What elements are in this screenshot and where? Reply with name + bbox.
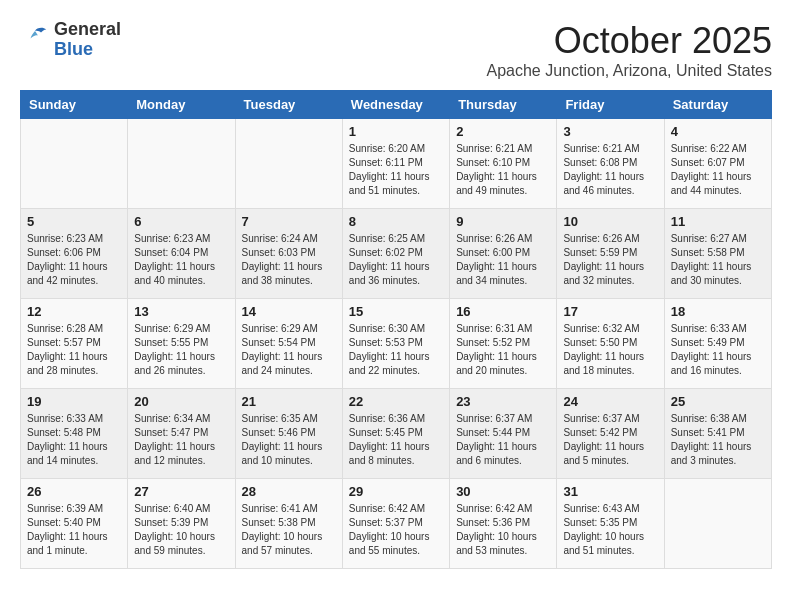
day-info: Sunrise: 6:33 AM Sunset: 5:49 PM Dayligh… — [671, 322, 765, 378]
calendar-cell: 14Sunrise: 6:29 AM Sunset: 5:54 PM Dayli… — [235, 299, 342, 389]
day-info: Sunrise: 6:33 AM Sunset: 5:48 PM Dayligh… — [27, 412, 121, 468]
day-info: Sunrise: 6:23 AM Sunset: 6:06 PM Dayligh… — [27, 232, 121, 288]
calendar-cell: 7Sunrise: 6:24 AM Sunset: 6:03 PM Daylig… — [235, 209, 342, 299]
calendar-cell: 21Sunrise: 6:35 AM Sunset: 5:46 PM Dayli… — [235, 389, 342, 479]
day-info: Sunrise: 6:29 AM Sunset: 5:54 PM Dayligh… — [242, 322, 336, 378]
day-info: Sunrise: 6:21 AM Sunset: 6:10 PM Dayligh… — [456, 142, 550, 198]
calendar-cell: 29Sunrise: 6:42 AM Sunset: 5:37 PM Dayli… — [342, 479, 449, 569]
day-number: 17 — [563, 304, 657, 319]
day-info: Sunrise: 6:42 AM Sunset: 5:36 PM Dayligh… — [456, 502, 550, 558]
calendar-cell — [664, 479, 771, 569]
header-tuesday: Tuesday — [235, 91, 342, 119]
day-number: 11 — [671, 214, 765, 229]
calendar-cell: 13Sunrise: 6:29 AM Sunset: 5:55 PM Dayli… — [128, 299, 235, 389]
calendar-header-row: Sunday Monday Tuesday Wednesday Thursday… — [21, 91, 772, 119]
day-number: 29 — [349, 484, 443, 499]
day-number: 30 — [456, 484, 550, 499]
calendar-cell: 28Sunrise: 6:41 AM Sunset: 5:38 PM Dayli… — [235, 479, 342, 569]
day-number: 18 — [671, 304, 765, 319]
calendar-cell: 22Sunrise: 6:36 AM Sunset: 5:45 PM Dayli… — [342, 389, 449, 479]
day-number: 9 — [456, 214, 550, 229]
day-info: Sunrise: 6:25 AM Sunset: 6:02 PM Dayligh… — [349, 232, 443, 288]
calendar-cell — [128, 119, 235, 209]
day-number: 2 — [456, 124, 550, 139]
calendar-cell: 23Sunrise: 6:37 AM Sunset: 5:44 PM Dayli… — [450, 389, 557, 479]
calendar-subtitle: Apache Junction, Arizona, United States — [486, 62, 772, 80]
day-info: Sunrise: 6:29 AM Sunset: 5:55 PM Dayligh… — [134, 322, 228, 378]
day-info: Sunrise: 6:34 AM Sunset: 5:47 PM Dayligh… — [134, 412, 228, 468]
calendar-cell: 25Sunrise: 6:38 AM Sunset: 5:41 PM Dayli… — [664, 389, 771, 479]
day-info: Sunrise: 6:27 AM Sunset: 5:58 PM Dayligh… — [671, 232, 765, 288]
calendar-cell: 16Sunrise: 6:31 AM Sunset: 5:52 PM Dayli… — [450, 299, 557, 389]
header-monday: Monday — [128, 91, 235, 119]
day-number: 5 — [27, 214, 121, 229]
calendar-week-2: 12Sunrise: 6:28 AM Sunset: 5:57 PM Dayli… — [21, 299, 772, 389]
title-section: October 2025 Apache Junction, Arizona, U… — [486, 20, 772, 80]
logo-blue: Blue — [54, 40, 121, 60]
calendar-cell: 4Sunrise: 6:22 AM Sunset: 6:07 PM Daylig… — [664, 119, 771, 209]
day-number: 27 — [134, 484, 228, 499]
day-number: 4 — [671, 124, 765, 139]
logo-bird-icon — [20, 25, 50, 55]
calendar-week-4: 26Sunrise: 6:39 AM Sunset: 5:40 PM Dayli… — [21, 479, 772, 569]
day-number: 14 — [242, 304, 336, 319]
calendar-cell: 18Sunrise: 6:33 AM Sunset: 5:49 PM Dayli… — [664, 299, 771, 389]
header-saturday: Saturday — [664, 91, 771, 119]
calendar-cell: 3Sunrise: 6:21 AM Sunset: 6:08 PM Daylig… — [557, 119, 664, 209]
day-number: 7 — [242, 214, 336, 229]
calendar-cell: 2Sunrise: 6:21 AM Sunset: 6:10 PM Daylig… — [450, 119, 557, 209]
day-info: Sunrise: 6:35 AM Sunset: 5:46 PM Dayligh… — [242, 412, 336, 468]
calendar-cell: 31Sunrise: 6:43 AM Sunset: 5:35 PM Dayli… — [557, 479, 664, 569]
calendar-week-1: 5Sunrise: 6:23 AM Sunset: 6:06 PM Daylig… — [21, 209, 772, 299]
day-number: 21 — [242, 394, 336, 409]
day-info: Sunrise: 6:22 AM Sunset: 6:07 PM Dayligh… — [671, 142, 765, 198]
calendar-cell: 8Sunrise: 6:25 AM Sunset: 6:02 PM Daylig… — [342, 209, 449, 299]
calendar-cell: 30Sunrise: 6:42 AM Sunset: 5:36 PM Dayli… — [450, 479, 557, 569]
day-info: Sunrise: 6:37 AM Sunset: 5:44 PM Dayligh… — [456, 412, 550, 468]
logo: General Blue — [20, 20, 121, 60]
calendar-cell: 17Sunrise: 6:32 AM Sunset: 5:50 PM Dayli… — [557, 299, 664, 389]
day-info: Sunrise: 6:26 AM Sunset: 5:59 PM Dayligh… — [563, 232, 657, 288]
day-number: 16 — [456, 304, 550, 319]
day-number: 1 — [349, 124, 443, 139]
day-info: Sunrise: 6:28 AM Sunset: 5:57 PM Dayligh… — [27, 322, 121, 378]
calendar-week-3: 19Sunrise: 6:33 AM Sunset: 5:48 PM Dayli… — [21, 389, 772, 479]
calendar-week-0: 1Sunrise: 6:20 AM Sunset: 6:11 PM Daylig… — [21, 119, 772, 209]
header-thursday: Thursday — [450, 91, 557, 119]
calendar-cell: 1Sunrise: 6:20 AM Sunset: 6:11 PM Daylig… — [342, 119, 449, 209]
day-info: Sunrise: 6:30 AM Sunset: 5:53 PM Dayligh… — [349, 322, 443, 378]
day-info: Sunrise: 6:31 AM Sunset: 5:52 PM Dayligh… — [456, 322, 550, 378]
day-number: 26 — [27, 484, 121, 499]
calendar-cell: 12Sunrise: 6:28 AM Sunset: 5:57 PM Dayli… — [21, 299, 128, 389]
day-number: 10 — [563, 214, 657, 229]
day-number: 28 — [242, 484, 336, 499]
calendar-cell: 9Sunrise: 6:26 AM Sunset: 6:00 PM Daylig… — [450, 209, 557, 299]
calendar-cell — [21, 119, 128, 209]
day-info: Sunrise: 6:40 AM Sunset: 5:39 PM Dayligh… — [134, 502, 228, 558]
header-sunday: Sunday — [21, 91, 128, 119]
day-number: 15 — [349, 304, 443, 319]
calendar-cell: 10Sunrise: 6:26 AM Sunset: 5:59 PM Dayli… — [557, 209, 664, 299]
day-info: Sunrise: 6:38 AM Sunset: 5:41 PM Dayligh… — [671, 412, 765, 468]
day-number: 23 — [456, 394, 550, 409]
day-info: Sunrise: 6:42 AM Sunset: 5:37 PM Dayligh… — [349, 502, 443, 558]
calendar-cell: 26Sunrise: 6:39 AM Sunset: 5:40 PM Dayli… — [21, 479, 128, 569]
calendar-cell: 11Sunrise: 6:27 AM Sunset: 5:58 PM Dayli… — [664, 209, 771, 299]
day-number: 12 — [27, 304, 121, 319]
day-info: Sunrise: 6:41 AM Sunset: 5:38 PM Dayligh… — [242, 502, 336, 558]
day-number: 22 — [349, 394, 443, 409]
calendar-cell: 15Sunrise: 6:30 AM Sunset: 5:53 PM Dayli… — [342, 299, 449, 389]
day-info: Sunrise: 6:32 AM Sunset: 5:50 PM Dayligh… — [563, 322, 657, 378]
calendar-cell: 27Sunrise: 6:40 AM Sunset: 5:39 PM Dayli… — [128, 479, 235, 569]
calendar-cell — [235, 119, 342, 209]
day-number: 3 — [563, 124, 657, 139]
day-info: Sunrise: 6:36 AM Sunset: 5:45 PM Dayligh… — [349, 412, 443, 468]
day-info: Sunrise: 6:24 AM Sunset: 6:03 PM Dayligh… — [242, 232, 336, 288]
day-info: Sunrise: 6:23 AM Sunset: 6:04 PM Dayligh… — [134, 232, 228, 288]
day-info: Sunrise: 6:26 AM Sunset: 6:00 PM Dayligh… — [456, 232, 550, 288]
day-info: Sunrise: 6:20 AM Sunset: 6:11 PM Dayligh… — [349, 142, 443, 198]
day-number: 24 — [563, 394, 657, 409]
header-friday: Friday — [557, 91, 664, 119]
day-number: 8 — [349, 214, 443, 229]
day-number: 31 — [563, 484, 657, 499]
